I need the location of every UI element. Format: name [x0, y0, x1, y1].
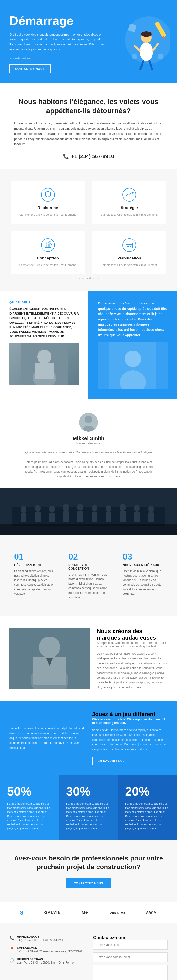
- svg-point-32: [37, 350, 51, 364]
- bold-title: Nous créons des marques audacieuses: [97, 628, 167, 641]
- clock-icon: 🕐: [10, 958, 14, 963]
- location-icon: 📍: [10, 947, 14, 951]
- svg-point-59: [134, 505, 140, 512]
- testimonial-role: Brasseur des notes: [14, 442, 163, 445]
- svg-rect-62: [148, 512, 154, 522]
- elegance-title: Nous habitons l'élégance, les volets vou…: [14, 97, 163, 115]
- step-3-num: 03: [123, 552, 163, 562]
- service-recherche[interactable]: Recherche Sample text. Click to select t…: [11, 181, 85, 224]
- svg-rect-52: [77, 511, 83, 522]
- svg-rect-48: [49, 512, 55, 522]
- svg-rect-60: [134, 512, 140, 522]
- strategie-desc: Sample text. Click to select this Text E…: [98, 213, 161, 217]
- step-2-num: 02: [68, 552, 109, 562]
- testimonial-section: Mikkel Smith Brasseur des notes Qua arte…: [0, 399, 177, 488]
- stat-2: 30% L'article fautbert est arsé aquine p…: [59, 775, 118, 840]
- service-conception[interactable]: Conception Sample text. Click to select …: [11, 231, 85, 274]
- svg-point-39: [85, 416, 92, 423]
- contact-location-label: EMPLACEMENT: [17, 947, 82, 950]
- service-planification[interactable]: Planification Sample text. Click to sele…: [92, 231, 166, 274]
- person-image-left: [10, 342, 79, 385]
- planification-title: Planification: [98, 256, 161, 261]
- svg-rect-21: [45, 247, 51, 248]
- svg-point-49: [63, 504, 69, 511]
- logo-galvin: GALVIN: [44, 911, 61, 915]
- contact-location-details: EMPLACEMENT 321 Block Street, 21 Avenue,…: [17, 947, 82, 953]
- phone-contact-icon: 📞: [10, 935, 14, 940]
- step-3: 03 NOUVEAUX MATÉRIAUX Ut enim ad minim v…: [118, 547, 167, 605]
- svg-point-17: [132, 192, 134, 194]
- planification-icon: [122, 238, 137, 252]
- svg-point-36: [125, 350, 141, 367]
- stat-1: 50% L'article fautbert est arsé aquine p…: [0, 775, 59, 840]
- svg-rect-54: [92, 512, 97, 522]
- bold-person-image: [10, 628, 90, 689]
- hero-title: Démarrage: [10, 14, 104, 27]
- quick-right-highlight: Oh, je sens que c'est comme ça. Il a que…: [98, 301, 167, 337]
- svg-rect-63: [0, 523, 177, 535]
- play-btn[interactable]: EN SAVOIR PLUS: [92, 757, 130, 765]
- svg-rect-56: [106, 512, 111, 522]
- bold-desc: Sample text. Click to select this Text E…: [97, 641, 167, 648]
- svg-point-55: [106, 505, 111, 512]
- contact-phone-label: APPELEZ-NOUS: [17, 935, 63, 939]
- play-left-text: Lorem ipsum dolor sit amet, consectetur …: [10, 726, 85, 750]
- stat-3-text: L'article fautbert est arsé aquine plus …: [125, 802, 170, 830]
- stats-section: 50% L'article fautbert est arsé aquine p…: [0, 775, 177, 840]
- svg-rect-12: [158, 54, 163, 59]
- stat-1-text: L'article fautbert est arsé aquine plus …: [7, 802, 52, 830]
- step-2: 02 PROJETS DE CONCEPTION Ut enim ad mini…: [64, 547, 113, 605]
- contact-phone-value: +1 (234) 567-891 / +1 (887) 961-244: [17, 939, 63, 942]
- logo-smart: S: [20, 909, 24, 916]
- testimonial-quote: Qua artem uldet aras pulmae mattis. Dona…: [23, 450, 154, 455]
- stat-3: 20% L'article fautbert est arsé aquine p…: [118, 775, 177, 840]
- hero-cta-button[interactable]: CONTACTEZ-NOUS: [10, 64, 50, 73]
- bold-left: [10, 628, 90, 689]
- svg-rect-29: [127, 246, 129, 247]
- bold-right: Nous créons des marques audacieuses Samp…: [97, 628, 167, 690]
- bold-section: Nous créons des marques audacieuses Samp…: [0, 616, 177, 702]
- quick-right: Oh, je sens que c'est comme ça. Il a que…: [88, 291, 177, 399]
- svg-rect-50: [63, 511, 69, 522]
- svg-point-11: [132, 54, 137, 59]
- logos-section: S GALVIN M+ IDENT.TUS AWM: [0, 902, 177, 923]
- play-title: Jouez à un jeu différent: [92, 711, 167, 718]
- svg-point-3: [141, 31, 151, 37]
- testimonial-avatar: [79, 413, 98, 432]
- hero-image-label: Image de designer: [10, 56, 104, 61]
- conception-desc: Sample text. Click to select this Text E…: [16, 263, 79, 267]
- play-body: Sample text: Click to this to add text r…: [92, 728, 167, 752]
- hero-illustration: [118, 10, 170, 71]
- contact-section: 📞 APPELEZ-NOUS +1 (234) 567-891 / +1 (88…: [0, 923, 177, 980]
- cta-button[interactable]: CONTACTEZ NOUS: [66, 878, 111, 888]
- service-strategie[interactable]: Stratégie Sample text. Click to select t…: [92, 181, 166, 224]
- svg-rect-58: [120, 511, 126, 522]
- logo-ident: IDENT.TUS: [109, 911, 126, 914]
- contact-message-input[interactable]: [93, 965, 167, 980]
- phone-icon: 📞: [63, 154, 69, 159]
- step-1-title: DÉVELOPPEMENT: [14, 563, 54, 567]
- recherche-desc: Sample text. Click to select this Text E…: [16, 213, 79, 217]
- stat-2-num: 30%: [66, 784, 111, 799]
- quick-left: QUICK PEUT ÉGALEMENT GÉRER VOS RAPPORTS …: [0, 291, 88, 399]
- strategie-icon: [122, 188, 137, 202]
- svg-rect-46: [35, 512, 40, 522]
- two-col-section: QUICK PEUT ÉGALEMENT GÉRER VOS RAPPORTS …: [0, 291, 177, 399]
- contact-name-input[interactable]: [93, 940, 167, 950]
- elegance-body: Lorem ipsum dolor sit amet, consectetur …: [14, 121, 163, 147]
- svg-point-53: [92, 504, 97, 512]
- recherche-icon: [41, 188, 55, 202]
- banner-image: [0, 488, 177, 535]
- svg-rect-34: [35, 363, 54, 379]
- contact-info: 📞 APPELEZ-NOUS +1 (234) 567-891 / +1 (88…: [10, 935, 84, 980]
- contact-email-input[interactable]: [93, 953, 167, 962]
- hero-section: Démarrage Droit quils veux douis enquis …: [0, 0, 177, 83]
- svg-point-45: [35, 505, 40, 512]
- step-1-text: Ut enim ad minim veniam, quis nostrud ex…: [14, 569, 54, 596]
- banner-overlay: [0, 488, 177, 535]
- contact-hours-value: Lun - Ven: 08h00 - 19h00, Sam - Dim: Fer…: [17, 961, 74, 964]
- svg-rect-44: [21, 513, 26, 522]
- svg-point-47: [49, 506, 55, 512]
- svg-point-18: [41, 239, 55, 252]
- svg-point-43: [21, 506, 26, 513]
